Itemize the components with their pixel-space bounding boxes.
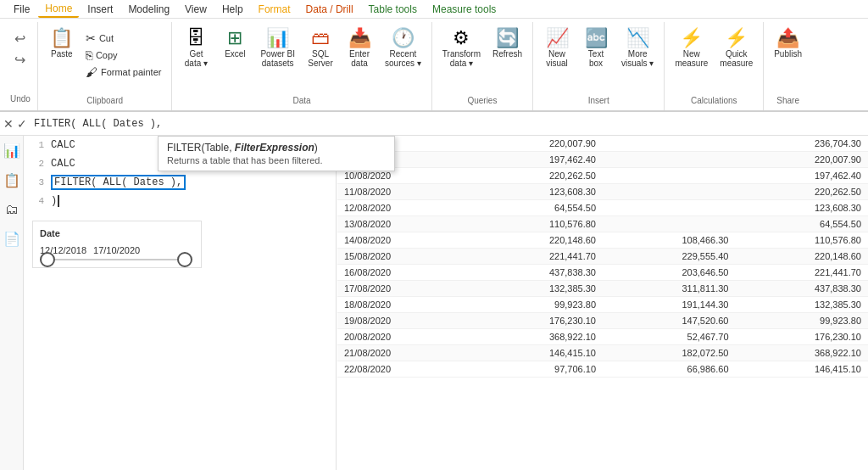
formula-input[interactable] [31, 116, 865, 131]
cut-label: Cut [99, 33, 114, 43]
publish-button[interactable]: 📤 Publish [771, 27, 805, 60]
format-painter-label: Format painter [101, 67, 162, 77]
menu-help[interactable]: Help [215, 2, 250, 17]
table-cell-7-3: 220,148.60 [736, 249, 869, 265]
table-cell-8-1: 437,838.30 [470, 265, 604, 281]
table-cell-11-1: 176,230.10 [470, 313, 604, 329]
formula-bar-icons: ✕ ✓ [3, 117, 27, 131]
table-cell-3-3: 220,262.50 [736, 184, 869, 200]
publish-icon: 📤 [776, 29, 799, 48]
formula-cancel-icon[interactable]: ✕ [3, 117, 14, 131]
table-cell-14-2: 66,986.60 [603, 361, 736, 378]
vertical-divider [336, 136, 337, 470]
clipboard-right: ✂ Cut ⎘ Copy 🖌 Format painter [82, 27, 165, 80]
quick-measure-button[interactable]: ⚡ Quickmeasure [716, 27, 756, 70]
sql-button[interactable]: 🗃 SQLServer [303, 27, 337, 70]
slicer-header: Date [40, 228, 194, 238]
line-content-4: ) [51, 195, 57, 207]
table-row: 20/08/2020368,922.1052,467.70176,230.10 [337, 329, 868, 345]
menu-home[interactable]: Home [38, 1, 79, 18]
calculations-group: ⚡ Newmeasure ⚡ Quickmeasure Calculations [665, 22, 764, 110]
app-container: 📊 📋 🗂 📄 1 CALC 2 CALC 3 FILTER( ALL( Dat… [0, 136, 868, 470]
table-cell-1-3: 220,007.90 [736, 152, 869, 168]
content-area: 1 CALC 2 CALC 3 FILTER( ALL( Dates ), 4 … [24, 136, 868, 470]
transform-label: Transformdata ▾ [442, 49, 481, 68]
quick-measure-label: Quickmeasure [720, 49, 753, 68]
format-painter-icon: 🖌 [86, 65, 97, 79]
menu-data-drill[interactable]: Data / Drill [299, 2, 360, 17]
table-cell-5-1: 110,576.80 [470, 216, 604, 232]
transform-icon: ⚙ [453, 29, 470, 48]
transform-data-button[interactable]: ⚙ Transformdata ▾ [439, 27, 484, 70]
format-painter-button[interactable]: 🖌 Format painter [82, 64, 165, 80]
table-cell-13-3: 368,922.10 [736, 345, 869, 361]
table-cell-11-0: 19/08/2020 [337, 313, 470, 329]
slider-handle-right[interactable] [177, 252, 192, 267]
data-table-container[interactable]: 08/08/2020220,007.90236,704.3009/08/2020… [337, 136, 868, 470]
table-cell-1-2 [603, 152, 736, 168]
recent-sources-button[interactable]: 🕐 Recentsources ▾ [381, 27, 425, 70]
sidebar-icon-model[interactable]: 🗂 [2, 199, 22, 221]
table-cell-5-0: 13/08/2020 [337, 216, 470, 232]
table-row: 19/08/2020176,230.10147,520.6099,923.80 [337, 313, 868, 329]
date-slicer: Date 12/12/2018 17/10/2020 [32, 221, 202, 268]
slicer-slider[interactable] [40, 259, 194, 260]
ribbon: ↩ ↪ Undo 📋 Paste ✂ Cut ⎘ Copy 🖌 [0, 19, 868, 112]
sidebar-icon-dax[interactable]: 📄 [0, 227, 24, 250]
sidebar-icon-report[interactable]: 📊 [0, 139, 24, 162]
table-row: 15/08/2020221,441.70229,555.40220,148.60 [337, 249, 868, 265]
more-visuals-button[interactable]: 📉 Morevisuals ▾ [618, 27, 657, 70]
table-row: 16/08/2020437,838.30203,646.50221,441.70 [337, 265, 868, 281]
table-cell-12-0: 20/08/2020 [337, 329, 470, 345]
new-visual-button[interactable]: 📈 Newvisual [540, 27, 574, 70]
menu-view[interactable]: View [178, 2, 214, 17]
queries-group: ⚙ Transformdata ▾ 🔄 Refresh Queries [432, 22, 533, 110]
share-group: 📤 Publish Share [764, 22, 812, 110]
menu-file[interactable]: File [7, 2, 36, 17]
enter-data-button[interactable]: 📥 Enterdata [342, 27, 376, 70]
slider-handle-left[interactable] [40, 252, 55, 267]
enter-data-icon: 📥 [348, 29, 371, 48]
get-data-icon: 🗄 [186, 29, 205, 48]
excel-label: Excel [225, 49, 245, 59]
menu-modeling[interactable]: Modeling [121, 2, 176, 17]
copy-button[interactable]: ⎘ Copy [82, 48, 165, 63]
table-cell-0-3: 236,704.30 [736, 136, 869, 152]
table-cell-12-2: 52,467.70 [603, 329, 736, 345]
refresh-icon: 🔄 [496, 29, 519, 48]
new-visual-icon: 📈 [546, 29, 569, 48]
redo-button[interactable]: ↪ [13, 50, 27, 70]
table-cell-6-2: 108,466.30 [603, 232, 736, 249]
table-row: 12/08/202064,554.50123,608.30 [337, 200, 868, 216]
table-cell-6-1: 220,148.60 [470, 232, 604, 249]
line-num-3: 3 [27, 177, 44, 187]
sidebar-icon-data[interactable]: 📋 [0, 169, 24, 192]
refresh-button[interactable]: 🔄 Refresh [489, 27, 526, 60]
table-cell-8-0: 16/08/2020 [337, 265, 470, 281]
more-visuals-icon: 📉 [626, 29, 649, 48]
clipboard-group: 📋 Paste ✂ Cut ⎘ Copy 🖌 Format painter Cl… [38, 22, 173, 110]
table-cell-14-1: 97,706.10 [470, 361, 604, 378]
menu-insert[interactable]: Insert [81, 2, 120, 17]
text-box-button[interactable]: 🔤 Textbox [579, 27, 613, 70]
table-row: 22/08/202097,706.1066,986.60146,415.10 [337, 361, 868, 378]
calculations-label: Calculations [691, 96, 737, 109]
menu-format[interactable]: Format [252, 2, 298, 17]
menu-table-tools[interactable]: Table tools [362, 2, 424, 17]
undo-button[interactable]: ↩ [13, 29, 27, 48]
paste-button[interactable]: 📋 Paste [45, 27, 79, 60]
table-cell-9-0: 17/08/2020 [337, 281, 470, 297]
table-cell-9-2: 311,811.30 [603, 281, 736, 297]
recent-sources-label: Recentsources ▾ [385, 49, 421, 68]
get-data-button[interactable]: 🗄 Getdata ▾ [179, 27, 213, 70]
new-visual-label: Newvisual [546, 49, 568, 68]
new-measure-button[interactable]: ⚡ Newmeasure [671, 27, 711, 70]
power-bi-icon: 📊 [266, 29, 289, 48]
menu-measure-tools[interactable]: Measure tools [426, 2, 503, 17]
table-cell-11-2: 147,520.60 [603, 313, 736, 329]
formula-confirm-icon[interactable]: ✓ [17, 117, 27, 131]
cut-button[interactable]: ✂ Cut [82, 31, 165, 46]
excel-button[interactable]: ⊞ Excel [218, 27, 252, 60]
table-cell-3-0: 11/08/2020 [337, 184, 470, 200]
power-bi-button[interactable]: 📊 Power BIdatasets [257, 27, 298, 70]
